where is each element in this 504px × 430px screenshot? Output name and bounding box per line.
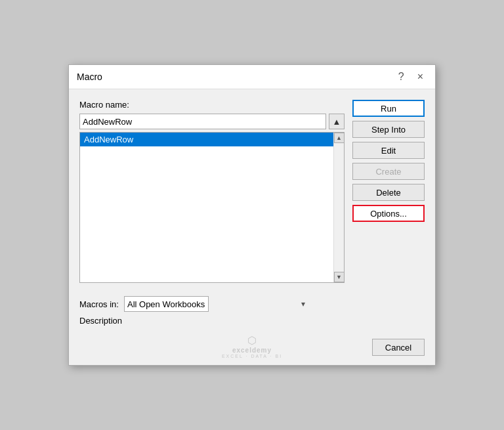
dialog-title: Macro	[77, 72, 102, 82]
delete-button[interactable]: Delete	[352, 184, 425, 201]
close-button[interactable]: ×	[413, 70, 427, 83]
macro-dialog: Macro ? × Macro name: ▲ AddNewRow ▲	[68, 64, 436, 366]
scroll-up-arrow[interactable]: ▲	[334, 133, 345, 143]
dialog-body: Macro name: ▲ AddNewRow ▲ ▼	[69, 89, 435, 291]
run-button[interactable]: Run	[352, 100, 425, 117]
help-button[interactable]: ?	[394, 70, 408, 83]
list-item[interactable]: AddNewRow	[80, 133, 333, 146]
title-bar: Macro ? ×	[69, 65, 435, 89]
options-button[interactable]: Options...	[352, 205, 425, 222]
create-button[interactable]: Create	[352, 163, 425, 180]
macro-name-label: Macro name:	[79, 100, 345, 110]
macro-list-container: AddNewRow ▲ ▼	[79, 132, 345, 283]
right-panel: Run Step Into Edit Create Delete Options…	[352, 100, 425, 222]
scrollbar-track: ▲ ▼	[333, 133, 344, 282]
title-bar-controls: ? ×	[394, 70, 427, 83]
main-row: Macro name: ▲ AddNewRow ▲ ▼	[79, 100, 425, 283]
macros-in-label: Macros in:	[79, 299, 119, 309]
step-into-button[interactable]: Step Into	[352, 121, 425, 138]
macro-name-input[interactable]	[79, 114, 326, 129]
macros-in-row: Macros in: All Open Workbooks This Workb…	[79, 296, 425, 312]
upload-button[interactable]: ▲	[329, 114, 345, 129]
left-panel: Macro name: ▲ AddNewRow ▲ ▼	[79, 100, 345, 283]
description-label: Description	[79, 316, 425, 326]
macro-name-row: ▲	[79, 114, 345, 129]
bottom-section: Macros in: All Open Workbooks This Workb…	[69, 291, 435, 333]
scroll-down-arrow[interactable]: ▼	[334, 272, 345, 282]
macros-in-select-wrapper: All Open Workbooks This Workbook	[124, 296, 308, 312]
macros-in-select[interactable]: All Open Workbooks This Workbook	[124, 296, 209, 312]
edit-button[interactable]: Edit	[352, 142, 425, 159]
cancel-button[interactable]: Cancel	[372, 339, 425, 356]
footer-row: Cancel	[69, 333, 435, 365]
